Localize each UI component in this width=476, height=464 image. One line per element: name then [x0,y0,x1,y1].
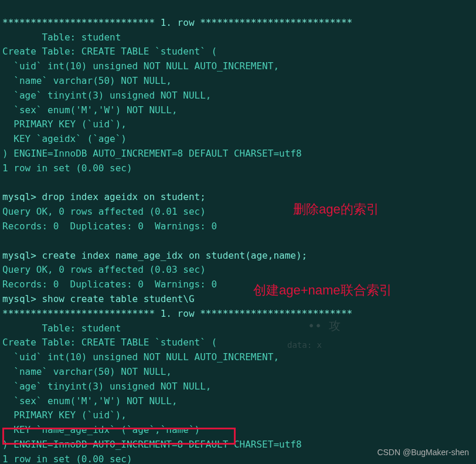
mysql-show-create[interactable]: mysql> show create table student\G [2,293,195,304]
engine-line: ) ENGINE=InnoDB AUTO_INCREMENT=8 DEFAULT… [2,148,302,159]
column-sex: `sex` enum('M','W') NOT NULL, [2,395,178,407]
annotation-create-index: 创建age+name联合索引 [253,280,392,300]
column-sex: `sex` enum('M','W') NOT NULL, [2,104,178,116]
rowset-line: 1 row in set (0.00 sec) [2,162,132,174]
column-name: `name` varchar(50) NOT NULL, [2,366,172,377]
engine-line: ) ENGINE=InnoDB AUTO_INCREMENT=8 DEFAULT… [2,439,302,450]
mysql-drop-index[interactable]: mysql> drop index ageidx on student; [2,191,206,202]
column-age: `age` tinyint(3) unsigned NOT NULL, [2,381,211,392]
query-ok-line: Query OK, 0 rows affected (0.03 sec) [2,264,206,275]
column-age: `age` tinyint(3) unsigned NOT NULL, [2,90,211,101]
row-separator: *************************** 1. row *****… [2,308,352,319]
primary-key-line: PRIMARY KEY (`uid`), [2,118,127,130]
mysql-create-index[interactable]: mysql> create index name_age_idx on stud… [2,250,307,261]
create-table-line: Create Table: CREATE TABLE `student` ( [2,337,217,348]
key-name-age-idx-line: KEY `name_age_idx` (`age`,`name`) [2,424,200,435]
create-table-line: Create Table: CREATE TABLE `student` ( [2,46,217,57]
column-name: `name` varchar(50) NOT NULL, [2,75,172,86]
key-ageidx-line: KEY `ageidx` (`age`) [2,133,127,144]
primary-key-line: PRIMARY KEY (`uid`), [2,409,127,421]
watermark: CSDN @BugMaker-shen [377,446,469,459]
records-line: Records: 0 Duplicates: 0 Warnings: 0 [2,279,217,290]
rowset-line: 1 row in set (0.00 sec) [2,453,132,464]
table-name-line: Table: student [2,32,121,43]
table-name-line: Table: student [2,323,121,334]
query-ok-line: Query OK, 0 rows affected (0.01 sec) [2,206,206,217]
column-uid: `uid` int(10) unsigned NOT NULL AUTO_INC… [2,351,279,363]
terminal-output: *************************** 1. row *****… [2,1,474,464]
annotation-delete-index: 删除age的索引 [293,199,379,219]
records-line: Records: 0 Duplicates: 0 Warnings: 0 [2,221,217,232]
column-uid: `uid` int(10) unsigned NOT NULL AUTO_INC… [2,60,279,72]
row-separator: *************************** 1. row *****… [2,17,352,28]
